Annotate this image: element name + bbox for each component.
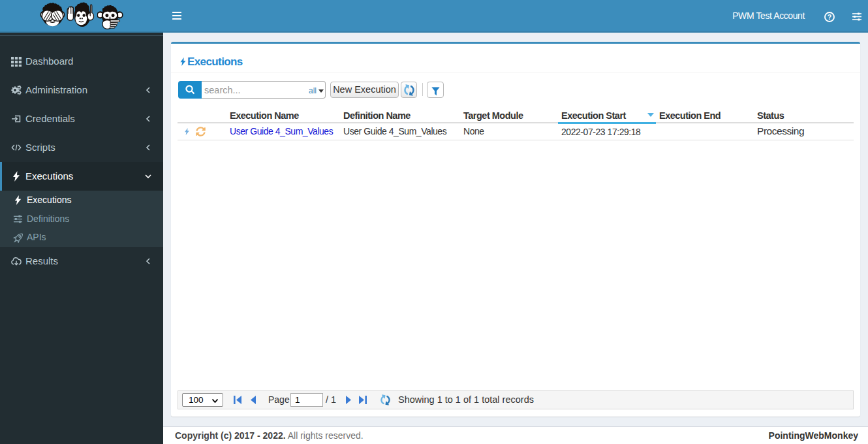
svg-text:?: ? [828,13,831,21]
